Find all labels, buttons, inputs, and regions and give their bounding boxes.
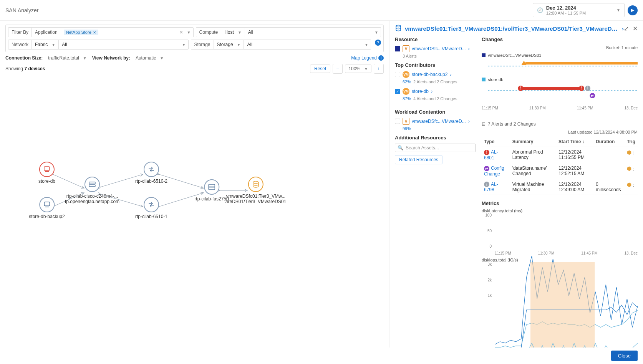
node-switch-2[interactable]: rtp-cilab-6510-2 — [135, 162, 167, 184]
filter-chip-netapp-store[interactable]: NetApp Store✕ — [64, 30, 98, 35]
date-main: Dec 12, 2024 — [546, 5, 586, 11]
filter-storage-label: Storage — [191, 40, 214, 49]
date-sub: 12:00 AM - 11:59 PM — [546, 11, 586, 15]
zoom-in-button[interactable]: + — [374, 64, 384, 74]
node-switch-1[interactable]: rtp-cilab-6510-1 — [135, 197, 167, 219]
svg-rect-9 — [44, 202, 50, 206]
expand-icon[interactable]: ⤢ — [624, 25, 629, 32]
filter-network-value[interactable]: All — [58, 40, 180, 49]
node-cisco-host[interactable]: rtp-cilab-cisco-c240m4-... tp.openenglab… — [65, 177, 119, 204]
col-duration[interactable]: Duration — [593, 137, 625, 147]
play-button[interactable]: ▶ — [628, 5, 638, 15]
col-start[interactable]: Start Time ↓ — [556, 137, 593, 147]
filter-network-type[interactable]: Fabric▼ — [32, 40, 58, 49]
vm-icon — [39, 197, 55, 212]
col-trig[interactable]: Trig — [625, 137, 638, 147]
chart-1-title: diskLatency.total (ms) — [482, 208, 638, 213]
reset-button[interactable]: Reset — [310, 65, 330, 73]
svg-text:⇄: ⇄ — [591, 94, 594, 98]
col-summary[interactable]: Summary — [510, 137, 556, 147]
help-icon[interactable]: ? — [375, 40, 381, 46]
close-button[interactable]: Close — [611, 351, 638, 361]
date-range-picker[interactable]: 🕘 Dec 12, 2024 12:00 AM - 11:59 PM ▼ — [533, 3, 625, 17]
filter-storage-type[interactable]: Storage▼ — [214, 40, 244, 49]
last-updated: Last updated 12/13/2024 4:08:00 PM — [482, 130, 638, 134]
search-icon: 🔍 — [398, 145, 403, 151]
clear-icon[interactable]: ✕ — [177, 30, 186, 35]
panel-title[interactable]: vmwareDSfc01:Tier3_VMwareDS01:/vol/Tier3… — [395, 25, 624, 33]
bucket-label: Bucket: 1 minute — [482, 45, 638, 50]
checkbox-checked[interactable]: ✓ — [395, 89, 400, 94]
zoom-out-button[interactable]: − — [333, 64, 343, 74]
node-store-db[interactable]: store-db — [38, 162, 55, 184]
svg-rect-10 — [45, 207, 49, 207]
chevron-down-icon: ▼ — [375, 30, 381, 35]
additional-resources-heading: Additional Resources — [395, 135, 476, 141]
filter-compute-value[interactable]: All — [245, 28, 373, 37]
svg-text:!: ! — [581, 86, 582, 90]
contributor-2-sub: 37%4 Alerts and 2 Changes — [403, 96, 476, 101]
chevron-down-icon: ▼ — [187, 30, 193, 35]
collapse-icon[interactable]: ⊟ — [482, 121, 486, 127]
chevron-right-icon: › — [468, 46, 470, 51]
switch-icon — [144, 162, 159, 177]
vm-icon — [39, 162, 55, 177]
svg-text:!: ! — [520, 86, 521, 90]
svg-point-17 — [396, 25, 401, 27]
workload-contention-heading: Workload Contention — [395, 109, 476, 115]
color-swatch — [395, 46, 400, 51]
zoom-select[interactable]: 100%▼ — [345, 65, 371, 73]
map-legend-link[interactable]: Map Legendi — [351, 55, 384, 61]
connection-size-select[interactable]: trafficRate.total▼ — [48, 55, 86, 61]
alerts-summary[interactable]: ⊟7 Alerts and 2 Changes — [482, 121, 638, 127]
filter-application-select[interactable]: NetApp Store✕ — [61, 28, 177, 37]
chevron-down-icon: ▼ — [365, 43, 371, 47]
info-icon: i — [378, 55, 384, 61]
clock-icon: 🕘 — [537, 7, 543, 13]
alerts-table: Type Summary Start Time ↓ Duration Trig … — [482, 137, 638, 195]
contributor-1-sub: 62%2 Alerts and 2 Changes — [403, 79, 476, 84]
checkbox[interactable] — [395, 72, 400, 77]
filter-storage-value[interactable]: All — [244, 40, 363, 49]
page-title: SAN Analyzer — [5, 7, 38, 13]
view-network-label: View Network by: — [92, 55, 130, 61]
view-network-select[interactable]: Automatic▼ — [136, 55, 164, 61]
contributor-item-1[interactable]: VM store-db-backup2 › — [395, 71, 476, 78]
filter-compute-label: Compute — [196, 28, 222, 37]
v-badge-icon: V — [403, 45, 409, 52]
checkbox[interactable] — [395, 119, 400, 124]
chip-remove-icon[interactable]: ✕ — [93, 30, 96, 35]
connection-size-label: Connection Size: — [5, 55, 43, 61]
metrics-heading: Metrics — [482, 200, 638, 206]
showing-count: Showing 7 devices — [5, 66, 45, 71]
resource-heading: Resource — [395, 36, 476, 42]
vm-badge-icon: VM — [403, 71, 409, 78]
svg-point-16 — [253, 181, 259, 184]
filter-application-label: Application — [32, 28, 61, 37]
timeline-series-1 — [482, 59, 638, 70]
resource-item[interactable]: V vmwareDSfc...VMwareD... › — [395, 45, 476, 52]
vm-badge-icon: VM — [403, 88, 409, 95]
switch-icon — [144, 197, 159, 212]
svg-text:i: i — [587, 86, 588, 90]
topology-canvas[interactable]: store-db store-db-backup2 rtp-cilab-cisc… — [5, 81, 384, 296]
workload-contention-item[interactable]: V vmwareDSfc...VMwareD... › — [395, 118, 476, 125]
col-type[interactable]: Type — [482, 137, 510, 147]
node-datastore[interactable]: vmwareDSfc01:Tier3_VMw... areDS01/Tier3_… — [225, 177, 286, 204]
close-icon[interactable]: ✕ — [633, 25, 638, 32]
related-resources-button[interactable]: Related Resources — [395, 155, 442, 164]
filter-network-label: Network — [8, 40, 32, 49]
chevron-right-icon: › — [431, 89, 433, 94]
node-fas[interactable]: rtp-cilab-fas2750 — [194, 179, 229, 202]
chevron-right-icon: › — [468, 119, 470, 124]
table-row[interactable]: iAL-6798Virtual Machine Migrated12/12/20… — [482, 179, 638, 195]
svg-rect-22 — [522, 87, 582, 90]
node-store-db-backup2[interactable]: store-db-backup2 — [29, 197, 65, 219]
workload-contention-pct: 99% — [403, 126, 476, 131]
table-row[interactable]: !AL-6801Abnormal Prod Latency12/12/2024 … — [482, 147, 638, 163]
filter-compute-type[interactable]: Host▼ — [221, 28, 245, 37]
contributor-item-2[interactable]: ✓ VM store-db › — [395, 88, 476, 95]
timeline-series-2: ! ! i ⇄ — [482, 83, 638, 99]
table-row[interactable]: ⇄Config Change'dataStore.name' Changed12… — [482, 163, 638, 179]
search-assets-input[interactable]: 🔍 Search Assets... — [395, 144, 476, 152]
